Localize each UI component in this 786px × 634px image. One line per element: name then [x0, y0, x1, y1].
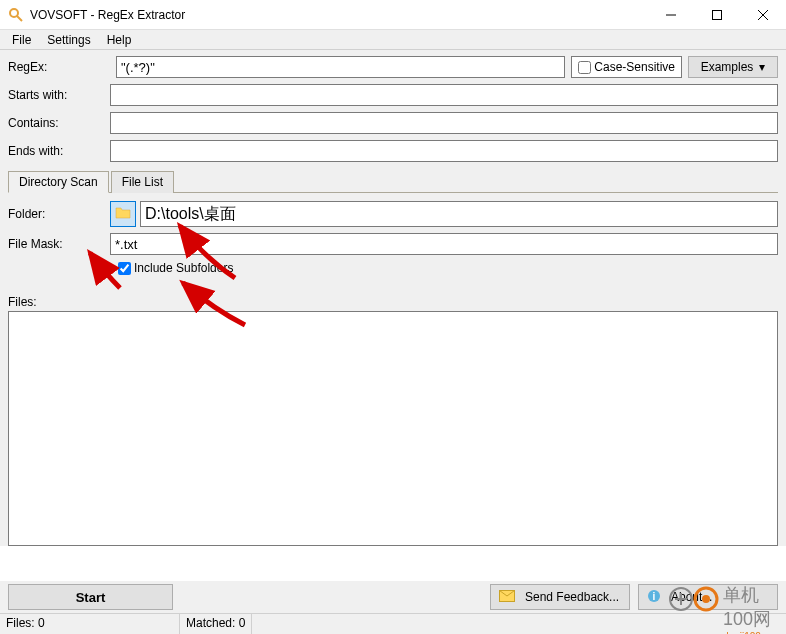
bottom-bar: Start Send Feedback... i About...: [0, 581, 786, 613]
include-subfolders-label: Include Subfolders: [134, 261, 233, 275]
window-title: VOVSOFT - RegEx Extractor: [30, 8, 648, 22]
file-mask-input[interactable]: [110, 233, 778, 255]
about-button[interactable]: i About...: [638, 584, 778, 610]
maximize-button[interactable]: [694, 0, 740, 30]
send-feedback-button[interactable]: Send Feedback...: [490, 584, 630, 610]
svg-text:i: i: [653, 591, 656, 602]
contains-label: Contains:: [8, 116, 110, 130]
app-icon: [8, 7, 24, 23]
svg-rect-3: [713, 10, 722, 19]
tab-file-list[interactable]: File List: [111, 171, 174, 193]
close-button[interactable]: [740, 0, 786, 30]
menubar: File Settings Help: [0, 30, 786, 50]
examples-label: Examples: [701, 60, 754, 74]
menu-settings[interactable]: Settings: [39, 31, 98, 49]
folder-input[interactable]: [140, 201, 778, 227]
files-list[interactable]: [8, 311, 778, 546]
menu-file[interactable]: File: [4, 31, 39, 49]
svg-point-0: [10, 9, 18, 17]
folder-label: Folder:: [8, 207, 110, 221]
folder-icon: [115, 206, 131, 223]
statusbar: Files: 0 Matched: 0: [0, 613, 786, 634]
ends-with-label: Ends with:: [8, 144, 110, 158]
starts-with-input[interactable]: [110, 84, 778, 106]
status-matched: Matched: 0: [180, 614, 252, 634]
regex-input[interactable]: [116, 56, 565, 78]
status-files: Files: 0: [0, 614, 180, 634]
about-label: About...: [671, 590, 712, 604]
contains-input[interactable]: [110, 112, 778, 134]
start-button[interactable]: Start: [8, 584, 173, 610]
regex-label: RegEx:: [8, 60, 110, 74]
browse-folder-button[interactable]: [110, 201, 136, 227]
include-subfolders-checkbox[interactable]: [118, 262, 131, 275]
svg-line-1: [17, 16, 22, 21]
case-sensitive-checkbox[interactable]: Case-Sensitive: [571, 56, 682, 78]
file-mask-label: File Mask:: [8, 237, 110, 251]
tab-directory-scan[interactable]: Directory Scan: [8, 171, 109, 193]
dropdown-arrow-icon: ▾: [759, 60, 765, 74]
case-sensitive-input[interactable]: [578, 61, 591, 74]
menu-help[interactable]: Help: [99, 31, 140, 49]
ends-with-input[interactable]: [110, 140, 778, 162]
tab-panel-directory-scan: Folder: File Mask: Include Subfolders: [8, 193, 778, 281]
titlebar: VOVSOFT - RegEx Extractor: [0, 0, 786, 30]
case-sensitive-label: Case-Sensitive: [594, 60, 675, 74]
examples-button[interactable]: Examples ▾: [688, 56, 778, 78]
files-label: Files:: [8, 295, 778, 309]
minimize-button[interactable]: [648, 0, 694, 30]
envelope-icon: [499, 590, 515, 605]
send-feedback-label: Send Feedback...: [525, 590, 619, 604]
info-icon: i: [647, 589, 661, 606]
tabs: Directory Scan File List: [8, 170, 778, 193]
starts-with-label: Starts with:: [8, 88, 110, 102]
